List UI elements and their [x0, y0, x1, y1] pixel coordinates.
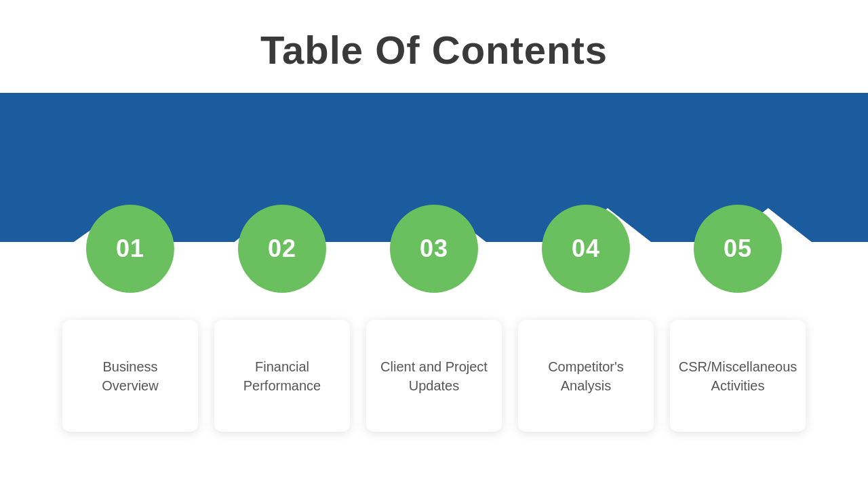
- circle-number-1: 01: [116, 235, 144, 263]
- card-2: Financial Performance: [214, 320, 350, 432]
- title-section: Table Of Contents: [260, 0, 608, 93]
- card-4: Competitor's Analysis: [518, 320, 654, 432]
- circle-item-3: 03: [366, 205, 502, 293]
- card-label-4: Competitor's Analysis: [532, 357, 640, 395]
- circle-2: 02: [238, 205, 326, 293]
- card-label-3: Client and Project Updates: [380, 357, 488, 395]
- circle-item-5: 05: [670, 205, 806, 293]
- circle-number-3: 03: [420, 235, 448, 263]
- circle-1: 01: [86, 205, 174, 293]
- page-title: Table Of Contents: [260, 27, 608, 73]
- circle-item-1: 01: [62, 205, 198, 293]
- card-label-5: CSR/Miscellaneous Activities: [679, 357, 797, 395]
- card-5: CSR/Miscellaneous Activities: [670, 320, 806, 432]
- circle-number-4: 04: [572, 235, 600, 263]
- circle-number-5: 05: [724, 235, 752, 263]
- card-1: Business Overview: [62, 320, 198, 432]
- circles-row: 01 02 03 04 05: [0, 205, 868, 293]
- card-label-1: Business Overview: [76, 357, 184, 395]
- circle-5: 05: [694, 205, 782, 293]
- circle-3: 03: [390, 205, 478, 293]
- content-section: 01 02 03 04 05: [0, 93, 868, 432]
- card-3: Client and Project Updates: [366, 320, 502, 432]
- circle-number-2: 02: [268, 235, 296, 263]
- cards-row: Business Overview Financial Performance …: [0, 320, 868, 432]
- circle-4: 04: [542, 205, 630, 293]
- card-label-2: Financial Performance: [228, 357, 336, 395]
- circle-item-2: 02: [214, 205, 350, 293]
- circle-item-4: 04: [518, 205, 654, 293]
- page: Table Of Contents 01 02 03: [0, 0, 868, 488]
